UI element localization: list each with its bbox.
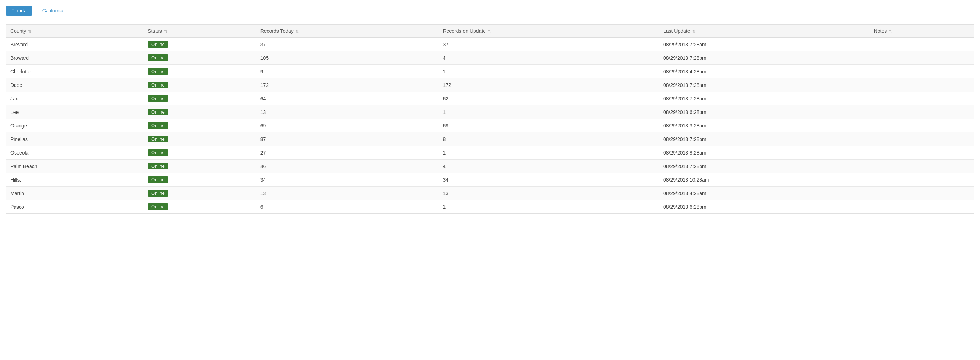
cell-records-on-update: 1 — [438, 105, 659, 119]
col-label-notes: Notes — [874, 28, 887, 34]
table-row: DadeOnline17217208/29/2013 7:28am — [6, 78, 974, 92]
cell-records-today: 13 — [256, 105, 439, 119]
cell-notes: . — [870, 92, 974, 105]
col-label-records_today: Records Today — [261, 28, 294, 34]
sort-icon-notes[interactable]: ⇅ — [889, 29, 892, 34]
col-header-last_update[interactable]: Last Update⇅ — [659, 25, 870, 38]
cell-county: Palm Beach — [6, 159, 143, 173]
cell-last-update: 08/29/2013 7:28am — [659, 38, 870, 51]
cell-status: Online — [143, 38, 256, 51]
cell-records-today: 172 — [256, 78, 439, 92]
cell-status: Online — [143, 173, 256, 186]
cell-last-update: 08/29/2013 7:28pm — [659, 51, 870, 65]
status-badge: Online — [148, 163, 168, 169]
table-row: OsceolaOnline27108/29/2013 8:28am — [6, 146, 974, 159]
cell-notes — [870, 119, 974, 132]
col-header-county[interactable]: County⇅ — [6, 25, 143, 38]
cell-last-update: 08/29/2013 7:28pm — [659, 132, 870, 146]
cell-records-today: 27 — [256, 146, 439, 159]
table-row: Hills.Online343408/29/2013 10:28am — [6, 173, 974, 186]
cell-county: Charlotte — [6, 65, 143, 78]
cell-last-update: 08/29/2013 4:28pm — [659, 65, 870, 78]
cell-last-update: 08/29/2013 7:28am — [659, 78, 870, 92]
status-badge: Online — [148, 136, 168, 142]
table-row: JaxOnline646208/29/2013 7:28am. — [6, 92, 974, 105]
sort-icon-records_on_update[interactable]: ⇅ — [488, 29, 491, 34]
cell-notes — [870, 65, 974, 78]
col-header-records_on_update[interactable]: Records on Update⇅ — [438, 25, 659, 38]
cell-notes — [870, 146, 974, 159]
status-badge: Online — [148, 54, 168, 61]
cell-records-on-update: 62 — [438, 92, 659, 105]
cell-county: Dade — [6, 78, 143, 92]
col-header-status[interactable]: Status⇅ — [143, 25, 256, 38]
table-row: PinellasOnline87808/29/2013 7:28pm — [6, 132, 974, 146]
cell-status: Online — [143, 92, 256, 105]
sort-icon-records_today[interactable]: ⇅ — [296, 29, 299, 34]
cell-records-on-update: 172 — [438, 78, 659, 92]
cell-status: Online — [143, 119, 256, 132]
sort-icon-status[interactable]: ⇅ — [164, 29, 167, 34]
status-badge: Online — [148, 108, 168, 115]
cell-status: Online — [143, 78, 256, 92]
table-row: MartinOnline131308/29/2013 4:28am — [6, 186, 974, 200]
sort-icon-last_update[interactable]: ⇅ — [692, 29, 696, 34]
cell-records-on-update: 69 — [438, 119, 659, 132]
cell-status: Online — [143, 105, 256, 119]
cell-status: Online — [143, 186, 256, 200]
cell-records-on-update: 1 — [438, 65, 659, 78]
table-row: BrevardOnline373708/29/2013 7:28am — [6, 38, 974, 51]
cell-records-today: 46 — [256, 159, 439, 173]
col-header-notes[interactable]: Notes⇅ — [870, 25, 974, 38]
cell-county: Osceola — [6, 146, 143, 159]
cell-status: Online — [143, 146, 256, 159]
cell-records-on-update: 34 — [438, 173, 659, 186]
cell-records-on-update: 1 — [438, 200, 659, 213]
cell-county: Brevard — [6, 38, 143, 51]
status-badge: Online — [148, 149, 168, 156]
table-row: BrowardOnline105408/29/2013 7:28pm — [6, 51, 974, 65]
tab-california[interactable]: California — [37, 6, 69, 16]
status-badge: Online — [148, 122, 168, 129]
cell-notes — [870, 173, 974, 186]
cell-records-on-update: 13 — [438, 186, 659, 200]
cell-county: Pinellas — [6, 132, 143, 146]
table-row: Palm BeachOnline46408/29/2013 7:28pm — [6, 159, 974, 173]
status-badge: Online — [148, 81, 168, 88]
cell-last-update: 08/29/2013 6:28pm — [659, 105, 870, 119]
data-table-container: County⇅Status⇅Records Today⇅Records on U… — [6, 24, 974, 213]
cell-records-today: 64 — [256, 92, 439, 105]
cell-records-today: 69 — [256, 119, 439, 132]
cell-records-today: 6 — [256, 200, 439, 213]
status-badge: Online — [148, 41, 168, 48]
cell-county: Broward — [6, 51, 143, 65]
cell-county: Martin — [6, 186, 143, 200]
cell-notes — [870, 132, 974, 146]
cell-status: Online — [143, 159, 256, 173]
col-label-county: County — [10, 28, 26, 34]
col-label-last_update: Last Update — [663, 28, 690, 34]
cell-records-on-update: 8 — [438, 132, 659, 146]
cell-county: Pasco — [6, 200, 143, 213]
sort-icon-county[interactable]: ⇅ — [28, 29, 31, 34]
table-body: BrevardOnline373708/29/2013 7:28amBrowar… — [6, 38, 974, 213]
cell-status: Online — [143, 200, 256, 213]
cell-last-update: 08/29/2013 8:28am — [659, 146, 870, 159]
tabs-container: FloridaCalifornia — [6, 6, 974, 16]
cell-status: Online — [143, 132, 256, 146]
cell-records-on-update: 37 — [438, 38, 659, 51]
tab-florida[interactable]: Florida — [6, 6, 32, 16]
cell-county: Hills. — [6, 173, 143, 186]
cell-notes — [870, 186, 974, 200]
table-row: PascoOnline6108/29/2013 6:28pm — [6, 200, 974, 213]
cell-records-today: 9 — [256, 65, 439, 78]
cell-records-on-update: 4 — [438, 51, 659, 65]
cell-notes — [870, 159, 974, 173]
col-label-records_on_update: Records on Update — [443, 28, 486, 34]
cell-last-update: 08/29/2013 10:28am — [659, 173, 870, 186]
cell-records-today: 37 — [256, 38, 439, 51]
cell-last-update: 08/29/2013 7:28am — [659, 92, 870, 105]
cell-records-today: 105 — [256, 51, 439, 65]
cell-records-today: 34 — [256, 173, 439, 186]
col-header-records_today[interactable]: Records Today⇅ — [256, 25, 439, 38]
